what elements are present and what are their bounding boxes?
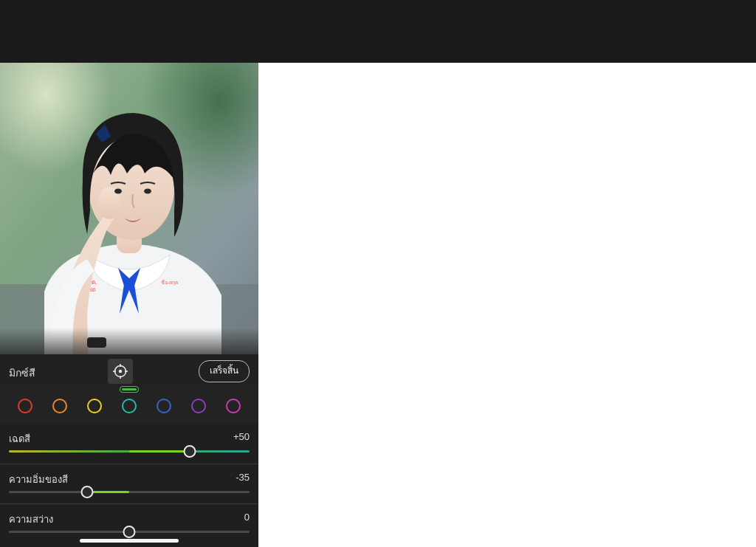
color-mix-header: มิกซ์สี เสร็จสิ้น — [0, 354, 258, 388]
target-adjust-button[interactable] — [108, 359, 133, 384]
slider-group: เฉดสี +50 ความอิ่มของสี -35 ความสว่าง 0 — [0, 424, 258, 543]
swatch-blue[interactable] — [157, 399, 171, 413]
color-swatch-row — [0, 388, 258, 424]
svg-point-14 — [119, 370, 122, 373]
svg-text:ชื่อ-สกุล: ชื่อ-สกุล — [161, 279, 178, 286]
swatch-red[interactable] — [18, 399, 32, 413]
slider-knob[interactable] — [123, 526, 136, 538]
hue-slider[interactable]: เฉดสี +50 — [0, 424, 258, 464]
swatch-orange[interactable] — [52, 399, 67, 413]
swatch-yellow[interactable] — [87, 399, 102, 413]
swatch-green[interactable] — [122, 388, 137, 391]
saturation-label: ความอิ่มของสี — [9, 472, 68, 487]
saturation-slider[interactable]: ความอิ่มของสี -35 — [0, 464, 258, 503]
app-top-bar — [0, 0, 756, 63]
luminance-slider[interactable]: ความสว่าง 0 — [0, 503, 258, 543]
done-button-label: เสร็จสิ้น — [210, 365, 238, 376]
saturation-track[interactable] — [9, 491, 250, 493]
preview-fade — [0, 328, 258, 354]
luminance-value: 0 — [244, 512, 250, 523]
hue-label: เฉดสี — [9, 431, 30, 447]
home-indicator[interactable] — [80, 539, 179, 543]
hue-track[interactable] — [9, 450, 250, 453]
svg-point-11 — [114, 189, 122, 194]
editor-panel: ร.ด. 086 ชื่อ-สกุล — [0, 63, 258, 547]
blank-area — [258, 63, 756, 547]
luminance-track[interactable] — [9, 531, 250, 533]
preview-illustration: ร.ด. 086 ชื่อ-สกุล — [0, 63, 258, 354]
image-preview[interactable]: ร.ด. 086 ชื่อ-สกุล — [0, 63, 258, 354]
color-mix-label: มิกซ์สี — [9, 365, 35, 381]
slider-knob[interactable] — [183, 445, 196, 458]
slider-knob[interactable] — [80, 486, 93, 498]
saturation-value: -35 — [236, 472, 250, 483]
svg-point-12 — [144, 189, 151, 194]
target-icon — [113, 364, 128, 379]
swatch-aqua[interactable] — [122, 399, 137, 413]
done-button[interactable]: เสร็จสิ้น — [199, 360, 250, 382]
luminance-label: ความสว่าง — [9, 512, 53, 527]
swatch-magenta[interactable] — [226, 399, 241, 413]
hue-value: +50 — [233, 431, 250, 442]
swatch-purple[interactable] — [191, 399, 206, 413]
